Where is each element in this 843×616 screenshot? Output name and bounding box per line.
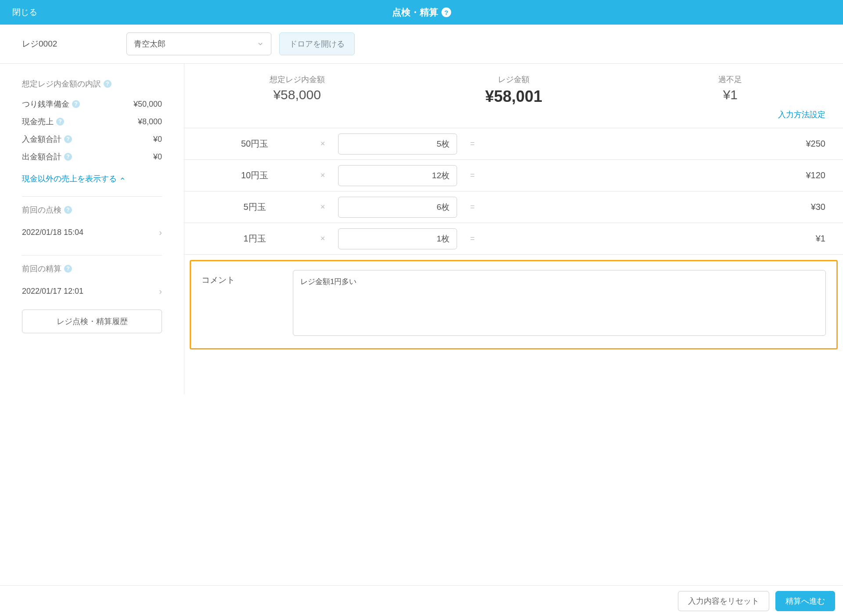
last-check-title: 前回の点検 ? [22,205,162,215]
chevron-up-icon [119,176,126,182]
denom-amount: ¥1 [488,234,825,244]
breakdown-row: 現金売上 ? ¥8,000 [22,113,162,130]
page-title: 点検・精算 ? [392,6,451,18]
breakdown-value: ¥0 [153,152,162,162]
staff-select[interactable]: 青空太郎 [126,32,271,55]
diff-value: ¥1 [622,87,839,102]
comment-input[interactable] [293,270,826,336]
equals-icon: = [466,202,479,212]
denom-count-input[interactable] [338,197,457,218]
denom-label: 1円玉 [202,233,307,245]
summary-row: 想定レジ内金額 ¥58,000 レジ金額 ¥58,001 過不足 ¥1 [184,64,843,106]
denom-label: 5円玉 [202,201,307,213]
help-icon[interactable]: ? [64,206,72,214]
diff-label: 過不足 [622,74,839,85]
denom-count-input[interactable] [338,133,457,155]
comment-label: コメント [202,270,281,286]
chevron-right-icon: › [159,286,162,296]
equals-icon: = [466,171,479,180]
denom-label: 10円玉 [202,169,307,181]
close-button[interactable]: 閉じる [12,7,37,18]
chevron-right-icon: › [159,227,162,238]
help-icon[interactable]: ? [56,118,64,126]
sidebar: 想定レジ内金額の内訳 ? つり銭準備金 ? ¥50,000 現金売上 ? ¥8,… [0,64,184,394]
page-title-text: 点検・精算 [392,6,438,18]
expand-non-cash-link[interactable]: 現金以外の売上を表示する [22,173,162,184]
actual-value: ¥58,001 [405,87,622,106]
denom-count-input[interactable] [338,165,457,186]
last-settle-title: 前回の精算 ? [22,263,162,274]
help-icon[interactable]: ? [64,135,72,143]
input-method-link[interactable]: 入力方法設定 [778,110,825,119]
breakdown-value: ¥8,000 [138,117,162,126]
comment-section: コメント [190,260,838,349]
breakdown-row: 入金額合計 ? ¥0 [22,130,162,148]
register-label: レジ0002 [22,38,57,50]
help-icon[interactable]: ? [104,80,112,88]
help-icon[interactable]: ? [442,7,451,17]
breakdown-value: ¥50,000 [133,100,162,109]
header: 閉じる 点検・精算 ? [0,0,843,25]
breakdown-row: つり銭準備金 ? ¥50,000 [22,95,162,113]
denom-amount: ¥30 [488,202,825,212]
actual-label: レジ金額 [405,74,622,85]
denom-amount: ¥120 [488,170,825,180]
denomination-row: 10円玉 × = ¥120 [184,160,843,191]
history-button[interactable]: レジ点検・精算履歴 [22,310,162,333]
help-icon[interactable]: ? [64,153,72,161]
open-drawer-button[interactable]: ドロアを開ける [279,32,355,55]
breakdown-row: 出金額合計 ? ¥0 [22,148,162,166]
last-check-item[interactable]: 2022/01/18 15:04 › [22,221,162,246]
times-icon: × [316,202,329,212]
staff-select-value: 青空太郎 [134,39,166,49]
chevron-down-icon [257,40,264,47]
help-icon[interactable]: ? [64,265,72,273]
denom-count-input[interactable] [338,228,457,249]
times-icon: × [316,139,329,148]
expected-label: 想定レジ内金額 [189,74,405,85]
breakdown-value: ¥0 [153,135,162,144]
denom-label: 50円玉 [202,138,307,150]
help-icon[interactable]: ? [72,100,80,108]
times-icon: × [316,171,329,180]
times-icon: × [316,234,329,243]
denomination-row: 5円玉 × = ¥30 [184,191,843,223]
denomination-row: 1円玉 × = ¥1 [184,223,843,255]
equals-icon: = [466,234,479,243]
expected-value: ¥58,000 [189,87,405,102]
subheader: レジ0002 青空太郎 ドロアを開ける [0,25,843,64]
content: 想定レジ内金額 ¥58,000 レジ金額 ¥58,001 過不足 ¥1 入力方法… [184,64,843,394]
equals-icon: = [466,139,479,148]
breakdown-title: 想定レジ内金額の内訳 ? [22,79,162,89]
last-settle-item[interactable]: 2022/01/17 12:01 › [22,280,162,305]
denomination-row: 50円玉 × = ¥250 [184,128,843,160]
denomination-table: 50円玉 × = ¥250 10円玉 × = ¥120 5円玉 × = ¥30 … [184,128,843,255]
denom-amount: ¥250 [488,139,825,149]
